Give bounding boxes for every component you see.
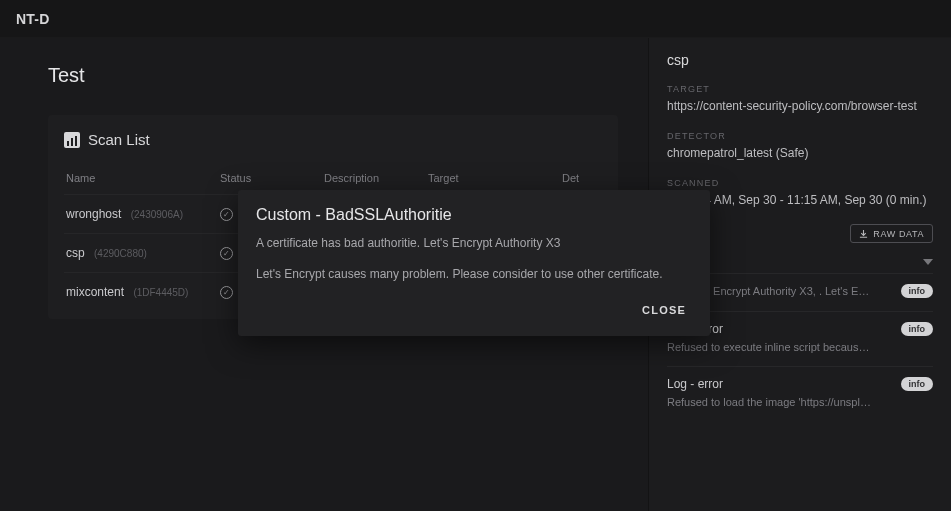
bar-chart-icon (64, 132, 80, 148)
dialog: Custom - BadSSLAuthoritie A certificate … (238, 190, 710, 336)
col-det: Det (562, 172, 602, 184)
dialog-body: A certificate has bad authoritie. Let's … (256, 234, 692, 284)
download-icon (859, 230, 868, 239)
check-circle-icon: ✓ (220, 247, 233, 260)
check-circle-icon: ✓ (220, 208, 233, 221)
col-desc: Description (324, 172, 424, 184)
col-name: Name (66, 172, 216, 184)
scan-list-title: Scan List (88, 131, 150, 148)
detector-label: DETECTOR (667, 131, 933, 141)
row-name: csp (4290C880) (66, 246, 216, 260)
result-head: Log - error (667, 377, 933, 391)
card-title-row: Scan List (64, 131, 602, 148)
dialog-line2: Let's Encrypt causes many problem. Pleas… (256, 265, 692, 284)
result-desc: Refused to load the image 'https://unspl… (667, 395, 933, 409)
result-desc: Refused to execute inline script because… (667, 340, 933, 354)
dialog-title: Custom - BadSSLAuthoritie (256, 206, 692, 224)
severity-badge: info (901, 284, 934, 298)
row-name: mixcontent (1DF4445D) (66, 285, 216, 299)
check-circle-icon: ✓ (220, 286, 233, 299)
close-button[interactable]: CLOSE (636, 296, 692, 324)
target-value: https://content-security-policy.com/brow… (667, 98, 933, 115)
col-status: Status (220, 172, 320, 184)
row-name: wronghost (2430906A) (66, 207, 216, 221)
severity-badge: info (901, 322, 934, 336)
severity-badge: info (901, 377, 934, 391)
target-label: TARGET (667, 84, 933, 94)
scanned-label: SCANNED (667, 178, 933, 188)
raw-data-button[interactable]: RAW DATA (850, 224, 933, 243)
page-title: Test (48, 64, 618, 87)
app-brand: NT-D (16, 11, 49, 27)
col-target: Target (428, 172, 558, 184)
detail-title: csp (667, 52, 933, 68)
dialog-line1: A certificate has bad authoritie. Let's … (256, 234, 692, 253)
detector-value: chromepatrol_latest (Safe) (667, 145, 933, 162)
app-header: NT-D (0, 0, 951, 38)
result-item[interactable]: Log - error Refused to load the image 'h… (667, 366, 933, 421)
chevron-down-icon (923, 259, 933, 265)
